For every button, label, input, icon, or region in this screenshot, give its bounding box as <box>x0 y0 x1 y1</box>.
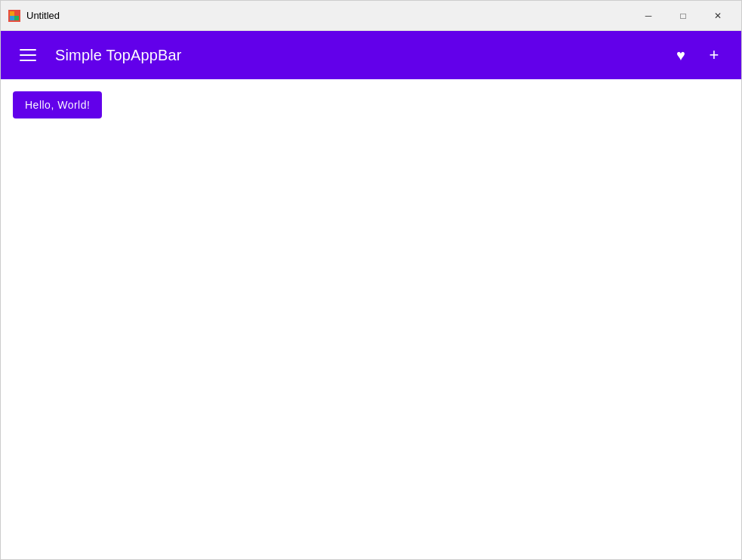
app-bar-title: Simple TopAppBar <box>55 47 666 64</box>
window-title: Untitled <box>26 10 631 21</box>
main-content: Hello, World! <box>1 79 741 560</box>
maximize-button[interactable]: □ <box>666 4 700 28</box>
favorite-button[interactable]: ♥ <box>666 40 696 70</box>
svg-rect-3 <box>10 16 14 20</box>
hamburger-line-1 <box>20 49 36 51</box>
hamburger-line-3 <box>20 60 36 61</box>
minimize-button[interactable]: ─ <box>631 4 666 28</box>
hamburger-line-2 <box>20 54 36 56</box>
svg-rect-1 <box>10 11 14 16</box>
hamburger-menu-button[interactable] <box>13 40 43 70</box>
heart-icon: ♥ <box>676 47 685 64</box>
add-button[interactable]: + <box>699 40 729 70</box>
app-bar-actions: ♥ + <box>666 40 729 70</box>
svg-rect-2 <box>14 16 19 20</box>
hello-world-button[interactable]: Hello, World! <box>13 91 102 118</box>
close-button[interactable]: ✕ <box>700 4 735 28</box>
window-controls: ─ □ ✕ <box>631 4 735 28</box>
top-app-bar: Simple TopAppBar ♥ + <box>1 31 741 79</box>
title-bar: Untitled ─ □ ✕ <box>1 1 741 31</box>
plus-icon: + <box>710 47 719 63</box>
app-icon <box>7 8 22 23</box>
